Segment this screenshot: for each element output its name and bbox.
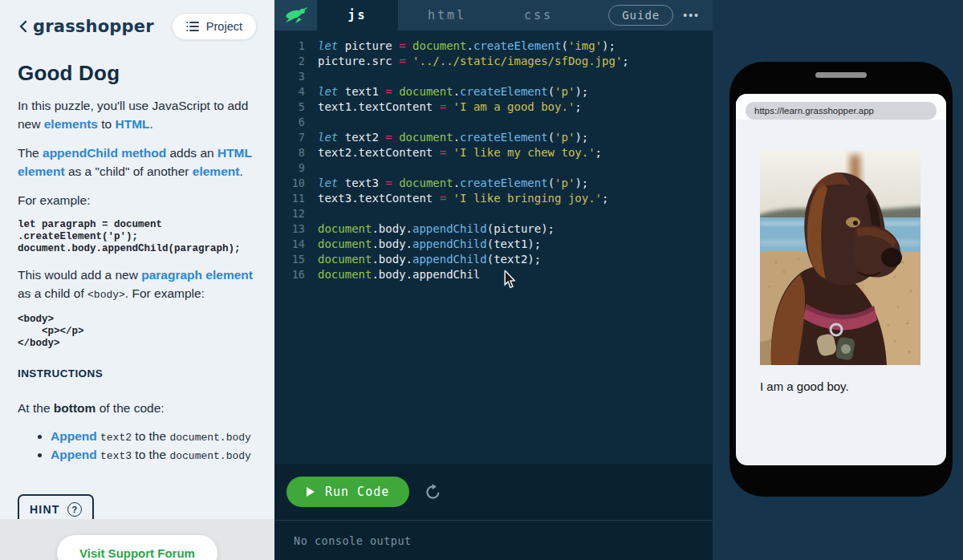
instructions-heading: INSTRUCTIONS — [18, 367, 257, 379]
code-line: 15document.body.appendChild(text2); — [274, 252, 713, 267]
tab-js[interactable]: js — [317, 0, 398, 30]
grasshopper-icon — [284, 6, 308, 24]
text-segment: as a child of — [18, 286, 87, 300]
puzzle-title: Good Dog — [18, 61, 257, 86]
run-code-label: Run Code — [325, 485, 389, 499]
example-code-line: let paragraph = document — [18, 219, 257, 231]
code-text — [305, 69, 318, 84]
line-number: 11 — [274, 191, 305, 206]
code-line: 12 — [274, 206, 713, 221]
text-segment: <body> — [87, 289, 125, 301]
code-text: text3.textContent = 'I like bringing joy… — [305, 191, 608, 206]
support-forum-button[interactable]: Visit Support Forum — [57, 535, 217, 560]
code-line: 16document.body.appendChil — [274, 267, 713, 282]
text-segment: to the — [132, 448, 169, 461]
text-segment: . — [239, 164, 242, 178]
code-text — [305, 115, 318, 130]
code-line: 8text2.textContent = 'I like my chew toy… — [274, 145, 713, 160]
line-number: 1 — [274, 39, 305, 54]
editor-tabbar: jshtmlcss Guide ••• — [274, 0, 713, 30]
example-code-block-1: let paragraph = document.createElement('… — [18, 219, 257, 255]
instructions-list: Append text2 to the document.bodyAppend … — [18, 428, 257, 465]
run-code-button[interactable]: Run Code — [286, 477, 409, 507]
text-segment: This would add a new — [18, 268, 141, 282]
text-segment: At the — [18, 401, 54, 415]
preview-panel: https://learn.grasshopper.app — [713, 0, 963, 560]
inline-link[interactable]: appendChild method — [43, 146, 166, 160]
code-line: 4let text1 = document.createElement('p')… — [274, 84, 713, 99]
project-button[interactable]: Project — [172, 13, 257, 40]
line-number: 9 — [274, 160, 305, 176]
grasshopper-wordmark: grasshopper — [33, 17, 154, 36]
instruction-item: Append text3 to the document.body — [51, 447, 257, 465]
example-code-block-2: <body> <p></p></body> — [18, 314, 257, 350]
code-text: document.body.appendChild(picture); — [305, 221, 555, 237]
code-text: let text2 = document.createElement('p'); — [305, 130, 588, 145]
overflow-menu-icon[interactable]: ••• — [683, 9, 700, 22]
lesson-header: grasshopper Project — [18, 13, 257, 40]
code-text: document.body.appendChild(text1); — [305, 237, 541, 252]
code-text: document.body.appendChild(text2); — [305, 252, 541, 267]
phone-screen: https://learn.grasshopper.app — [736, 94, 946, 465]
code-text: picture.src = '../../static/images/sfDog… — [305, 54, 629, 69]
code-text — [305, 206, 318, 221]
line-number: 12 — [274, 206, 305, 221]
inline-link[interactable]: HTML — [116, 117, 150, 131]
line-number: 8 — [274, 145, 305, 160]
lesson-panel: grasshopper Project — [0, 0, 274, 560]
code-text — [305, 160, 318, 176]
tab-html[interactable]: html — [398, 0, 496, 30]
play-icon — [307, 487, 315, 497]
console-message: No console output — [294, 534, 412, 547]
example-code-line: <p></p> — [18, 326, 257, 338]
console-area: No console output — [274, 520, 713, 560]
text-segment: text2 — [100, 432, 132, 444]
example-code-line: document.body.appendChild(paragraph); — [18, 243, 257, 255]
code-editor[interactable]: 1let picture = document.createElement('i… — [274, 30, 713, 464]
tab-css[interactable]: css — [496, 0, 581, 30]
grasshopper-app: grasshopper Project — [0, 0, 963, 560]
grasshopper-icon-tile[interactable] — [274, 0, 317, 30]
hint-button-label: HINT — [30, 503, 59, 516]
code-text: let picture = document.createElement('im… — [305, 39, 616, 54]
text-segment: to — [98, 117, 116, 131]
text-segment: to the — [132, 429, 169, 443]
inline-link[interactable]: elements — [44, 117, 98, 131]
example-code-line: </body> — [18, 338, 257, 350]
text-segment: . For example: — [125, 286, 205, 300]
inline-link[interactable]: paragraph element — [141, 268, 253, 282]
for-example-label: For example: — [18, 191, 258, 209]
preview-text-output: I am a good boy. — [760, 379, 849, 393]
editor-panel: jshtmlcss Guide ••• 1let picture = docum… — [274, 0, 713, 560]
back-home-link[interactable]: grasshopper — [18, 17, 154, 36]
line-number: 6 — [274, 115, 305, 130]
text-segment: document.body — [169, 432, 250, 444]
inline-link[interactable]: Append — [51, 448, 97, 461]
text-segment: bottom — [54, 401, 96, 415]
inline-link[interactable]: Append — [51, 429, 97, 443]
code-line: 3 — [274, 69, 713, 84]
example-code-line: <body> — [18, 314, 257, 326]
explanation-paragraph: This would add a new paragraph element a… — [18, 266, 258, 304]
reset-code-button[interactable] — [425, 484, 441, 501]
url-bar: https://learn.grasshopper.app — [746, 102, 937, 120]
instructions-intro: At the bottom of the code: — [18, 399, 258, 417]
run-bar: Run Code — [274, 464, 713, 520]
text-segment: adds an — [166, 146, 217, 160]
line-number: 16 — [274, 267, 305, 282]
phone-mockup: https://learn.grasshopper.app — [729, 62, 953, 497]
text-segment: document.body — [169, 450, 250, 462]
line-number: 7 — [274, 130, 305, 145]
line-number: 14 — [274, 237, 305, 252]
appendchild-paragraph: The appendChild method adds an HTML elem… — [18, 144, 258, 181]
code-line: 2picture.src = '../../static/images/sfDo… — [274, 54, 713, 69]
code-line: 5text1.textContent = 'I am a good boy.'; — [274, 99, 713, 115]
text-segment: as a "child" of another — [65, 164, 193, 178]
code-text: let text1 = document.createElement('p'); — [305, 84, 588, 99]
guide-button[interactable]: Guide — [608, 5, 673, 26]
code-line: 9 — [274, 160, 713, 176]
code-text: let text3 = document.createElement('p'); — [305, 176, 588, 191]
inline-link[interactable]: element — [193, 164, 240, 178]
code-line: 1let picture = document.createElement('i… — [274, 39, 713, 54]
refresh-icon — [425, 484, 441, 501]
